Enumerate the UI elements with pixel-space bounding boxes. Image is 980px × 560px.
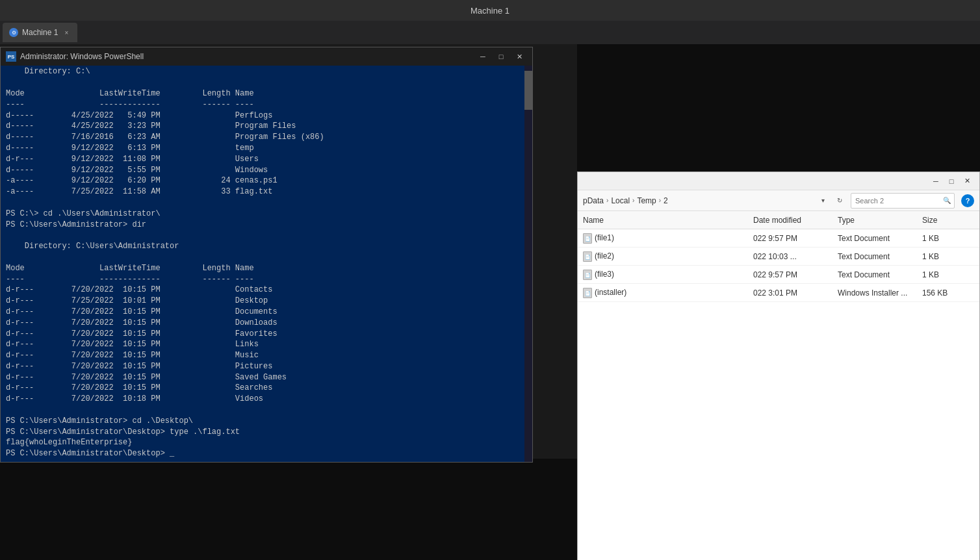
table-row[interactable]: 📄(file2) 022 10:03 ... Text Document 1 K…: [578, 248, 979, 266]
top-bar-title: Machine 1: [471, 6, 509, 16]
table-row[interactable]: 📄(file3) 022 9:57 PM Text Document 1 KB: [578, 266, 979, 284]
file-size-cell: 1 KB: [922, 252, 974, 261]
right-dark-bg: [577, 44, 980, 172]
file-icon: 📄: [583, 270, 592, 280]
file-name-cell: 📄(file3): [583, 270, 753, 280]
path-part-4: 2: [664, 196, 668, 205]
path-part-2: Local: [611, 196, 630, 205]
file-icon: 📄: [583, 233, 592, 244]
exp-minimize-button[interactable]: ─: [929, 175, 943, 188]
col-header-modified: Date modified: [753, 216, 838, 225]
exp-title-bar: ─ □ ✕: [578, 172, 979, 190]
ps-maximize-button[interactable]: □: [493, 50, 509, 63]
file-size-cell: 156 KB: [922, 288, 974, 298]
file-modified-cell: 022 9:57 PM: [753, 270, 838, 279]
ps-scrollbar-thumb[interactable]: [524, 71, 532, 110]
col-header-size: Size: [922, 216, 974, 225]
exp-close-button[interactable]: ✕: [960, 175, 974, 188]
file-name-cell: 📄(file1): [583, 233, 753, 244]
main-area: PS Administrator: Windows PowerShell ─ □…: [0, 44, 980, 560]
col-header-name: Name: [583, 216, 753, 225]
tab-bar: ⚙ Machine 1 ×: [0, 21, 980, 44]
ps-close-button[interactable]: ✕: [511, 50, 527, 63]
file-type-cell: Windows Installer ...: [838, 288, 922, 298]
path-sep-1: ›: [606, 197, 608, 204]
tab-machine1[interactable]: ⚙ Machine 1 ×: [3, 23, 77, 42]
ps-controls: ─ □ ✕: [475, 50, 527, 63]
ps-content-area[interactable]: SeCreateGlobalPrivilege Create global ob…: [1, 66, 532, 462]
file-icon: 📄: [583, 251, 592, 262]
exp-address-bar: pData › Local › Temp › 2 ▾ ↻ 🔍 ?: [578, 190, 979, 211]
file-size-cell: 1 KB: [922, 270, 974, 279]
file-modified-cell: 022 9:57 PM: [753, 234, 838, 243]
address-controls: ▾ ↻: [816, 194, 847, 208]
ps-title-bar: PS Administrator: Windows PowerShell ─ □…: [1, 47, 532, 66]
file-modified-cell: 022 10:03 ...: [753, 252, 838, 261]
file-name-cell: 📄(installer): [583, 288, 753, 298]
search-wrapper: 🔍: [851, 193, 955, 209]
path-sep-3: ›: [659, 197, 661, 204]
file-type-cell: Text Document: [838, 252, 922, 261]
top-bar: Machine 1: [0, 0, 980, 21]
tab-icon: ⚙: [9, 28, 18, 37]
address-path: pData › Local › Temp › 2: [583, 196, 812, 205]
col-header-type: Type: [838, 216, 922, 225]
explorer-window: ─ □ ✕ pData › Local › Temp › 2 ▾ ↻ 🔍: [577, 172, 980, 560]
powershell-window: PS Administrator: Windows PowerShell ─ □…: [0, 47, 533, 463]
ps-minimize-button[interactable]: ─: [475, 50, 491, 63]
file-size-cell: 1 KB: [922, 234, 974, 243]
file-modified-cell: 022 3:01 PM: [753, 288, 838, 298]
file-name-cell: 📄(file2): [583, 251, 753, 262]
exp-table-header: Name Date modified Type Size: [578, 211, 979, 229]
path-part-1: pData: [583, 196, 604, 205]
file-type-cell: Text Document: [838, 270, 922, 279]
help-button[interactable]: ?: [961, 194, 974, 207]
address-dropdown-button[interactable]: ▾: [816, 194, 830, 208]
exp-maximize-button[interactable]: □: [944, 175, 959, 188]
table-row[interactable]: 📄(file1) 022 9:57 PM Text Document 1 KB: [578, 229, 979, 248]
search-input[interactable]: [851, 193, 955, 209]
address-refresh-button[interactable]: ↻: [832, 194, 847, 208]
exp-controls: ─ □ ✕: [929, 175, 974, 188]
ps-window-icon: PS: [6, 51, 16, 62]
tab-label: Machine 1: [22, 28, 58, 37]
table-row[interactable]: 📄(installer) 022 3:01 PM Windows Install…: [578, 284, 979, 302]
path-sep-2: ›: [632, 197, 634, 204]
file-icon: 📄: [583, 288, 592, 298]
ps-title-text: Administrator: Windows PowerShell: [20, 52, 471, 61]
file-type-cell: Text Document: [838, 234, 922, 243]
exp-table-body: 📄(file1) 022 9:57 PM Text Document 1 KB …: [578, 229, 979, 560]
ps-scrollbar[interactable]: [524, 66, 532, 462]
path-part-3: Temp: [637, 196, 656, 205]
tab-close-button[interactable]: ×: [62, 28, 71, 37]
